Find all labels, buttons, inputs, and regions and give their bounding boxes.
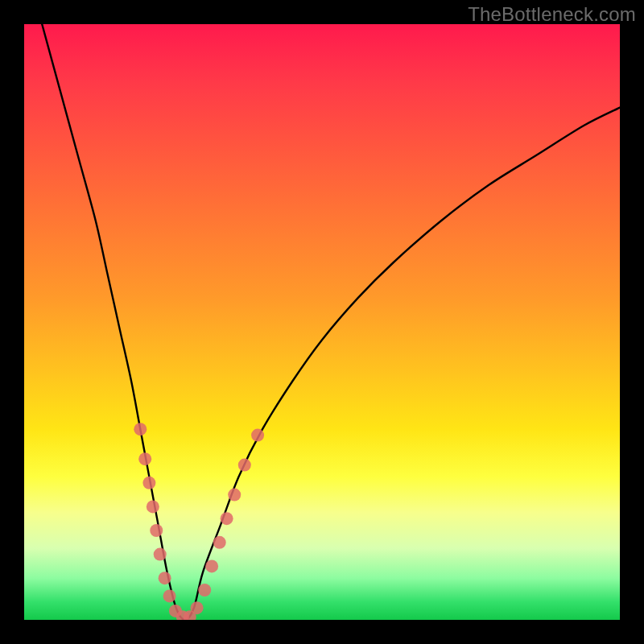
- sample-point: [147, 500, 159, 513]
- sample-point: [221, 512, 233, 525]
- sample-point: [159, 572, 171, 584]
- sample-point: [134, 423, 147, 436]
- sample-point: [138, 452, 151, 465]
- bottleneck-curve: [42, 24, 620, 620]
- sample-point: [205, 559, 218, 572]
- sample-point: [228, 489, 241, 502]
- sample-points: [134, 423, 264, 620]
- chart-frame: TheBottleneck.com: [0, 0, 644, 644]
- sample-point: [142, 477, 155, 489]
- sample-point: [163, 589, 176, 602]
- sample-point: [213, 536, 226, 549]
- sample-point: [150, 524, 163, 537]
- plot-area: [24, 24, 620, 620]
- sample-point: [251, 429, 264, 442]
- sample-point: [191, 601, 204, 614]
- sample-point: [238, 459, 251, 472]
- sample-point: [154, 548, 167, 561]
- curve-layer: [24, 24, 620, 620]
- watermark-text: TheBottleneck.com: [468, 3, 636, 26]
- sample-point: [198, 584, 211, 597]
